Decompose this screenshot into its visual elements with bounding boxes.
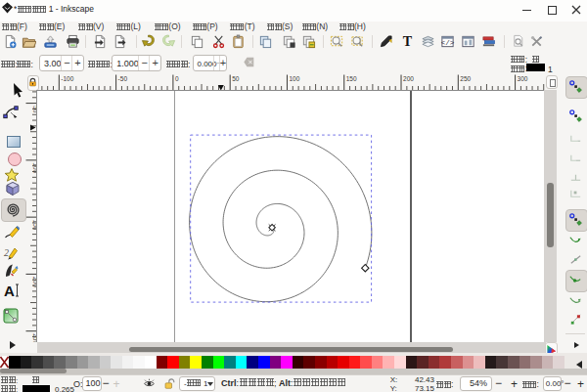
svg-text:-50: -50 [117, 74, 127, 81]
svg-text:2: 2 [4, 247, 9, 258]
svg-text:A: A [4, 283, 15, 298]
svg-text:</>: </> [440, 39, 454, 47]
svg-text:50: 50 [232, 74, 240, 81]
svg-text:300: 300 [517, 74, 527, 81]
svg-text:-100: -100 [61, 74, 73, 81]
svg-text:200: 200 [403, 74, 414, 81]
svg-text:250: 250 [460, 74, 471, 81]
svg-text:100: 100 [289, 74, 299, 81]
svg-text:150: 150 [345, 74, 356, 81]
svg-text:T: T [402, 34, 412, 49]
svg-text:0: 0 [174, 74, 178, 81]
